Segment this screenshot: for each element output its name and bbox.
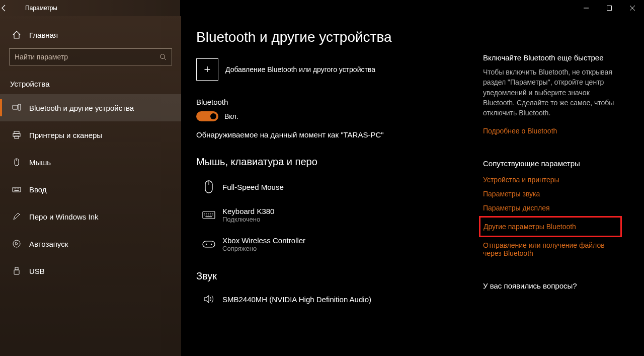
sidebar-item-usb[interactable]: USB <box>0 257 181 284</box>
sidebar-section-title: Устройства <box>0 76 181 94</box>
tip-body: Чтобы включить Bluetooth, не открывая ра… <box>483 67 618 118</box>
search-icon <box>154 53 172 61</box>
sidebar-item-autoplay[interactable]: Автозапуск <box>0 230 181 257</box>
main-content: Bluetooth и другие устройства + Добавлен… <box>196 29 483 356</box>
link-more-bluetooth-settings[interactable]: Другие параметры Bluetooth <box>479 216 622 237</box>
sidebar-item-printers[interactable]: Принтеры и сканеры <box>0 121 181 149</box>
link-devices-printers[interactable]: Устройства и принтеры <box>483 173 618 187</box>
svg-point-17 <box>13 240 20 247</box>
back-button[interactable] <box>0 4 22 12</box>
svg-point-29 <box>206 215 207 216</box>
maximize-button[interactable] <box>598 0 621 16</box>
sidebar: Главная Устройства Bluetooth и другие ус… <box>0 16 181 356</box>
tip-title: Включайте Bluetooth еще быстрее <box>483 53 618 62</box>
close-button[interactable] <box>621 0 644 16</box>
link-sound-settings[interactable]: Параметры звука <box>483 187 618 201</box>
devices-icon <box>11 103 22 112</box>
svg-rect-6 <box>14 131 19 133</box>
sidebar-item-label: Ввод <box>22 185 47 194</box>
usb-icon <box>11 266 22 275</box>
aside-panel: Включайте Bluetooth еще быстрее Чтобы вк… <box>483 29 624 356</box>
sidebar-item-label: Принтеры и сканеры <box>22 131 102 139</box>
discoverable-text: Обнаруживаемое на данный момент как "TAR… <box>196 130 483 139</box>
svg-point-27 <box>212 213 213 214</box>
device-name: SMB2440MH (NVIDIA High Definition Audio) <box>222 295 371 304</box>
device-name: Xbox Wireless Controller <box>222 236 305 245</box>
svg-rect-19 <box>14 270 19 274</box>
sidebar-home-label: Главная <box>22 31 58 39</box>
add-device-label: Добавление Bluetooth или другого устройс… <box>225 65 375 74</box>
search-input[interactable] <box>10 53 154 61</box>
keyboard-icon <box>11 185 22 194</box>
svg-rect-34 <box>203 241 215 247</box>
device-row[interactable]: Keyboard K380 Подключено <box>196 203 483 232</box>
device-status: Сопряжено <box>222 245 305 252</box>
pen-icon <box>11 212 22 221</box>
questions-title: У вас появились вопросы? <box>483 281 618 290</box>
printer-icon <box>11 130 22 139</box>
minimize-button[interactable] <box>575 0 598 16</box>
svg-point-25 <box>208 213 209 214</box>
sidebar-item-label: Bluetooth и другие устройства <box>22 104 134 112</box>
svg-point-30 <box>208 215 209 216</box>
category-mouse-keyboard: Мышь, клавиатура и перо <box>196 156 483 168</box>
svg-point-32 <box>212 215 213 216</box>
mouse-icon <box>201 180 216 194</box>
svg-point-24 <box>206 213 207 214</box>
svg-rect-11 <box>13 187 21 192</box>
bluetooth-toggle[interactable] <box>196 111 218 121</box>
svg-point-36 <box>211 244 212 245</box>
sidebar-item-pen[interactable]: Перо и Windows Ink <box>0 203 181 230</box>
svg-rect-4 <box>13 105 18 109</box>
keyboard-icon <box>201 210 216 220</box>
link-more-bluetooth[interactable]: Подробнее о Bluetooth <box>483 124 618 138</box>
sidebar-home[interactable]: Главная <box>0 25 181 48</box>
link-display-settings[interactable]: Параметры дисплея <box>483 201 618 215</box>
bluetooth-label: Bluetooth <box>196 98 483 106</box>
svg-point-23 <box>204 213 205 214</box>
speaker-icon <box>201 294 216 304</box>
sidebar-item-typing[interactable]: Ввод <box>0 176 181 203</box>
gamepad-icon <box>201 240 216 249</box>
svg-point-28 <box>204 215 205 216</box>
page-title: Bluetooth и другие устройства <box>196 29 483 45</box>
device-status: Подключено <box>222 216 274 223</box>
bluetooth-toggle-state: Вкл. <box>224 112 238 120</box>
svg-rect-18 <box>15 267 18 270</box>
svg-point-2 <box>160 54 165 58</box>
category-audio: Звук <box>196 270 483 282</box>
svg-rect-5 <box>18 104 21 110</box>
search-box[interactable] <box>9 48 172 65</box>
sidebar-item-label: Автозапуск <box>22 240 68 248</box>
sidebar-item-label: Перо и Windows Ink <box>22 212 99 221</box>
link-send-receive-files[interactable]: Отправление или получение файлов через B… <box>483 238 618 260</box>
svg-point-26 <box>210 213 211 214</box>
related-title: Сопутствующие параметры <box>483 159 618 168</box>
device-name: Full-Speed Mouse <box>222 183 284 191</box>
device-row[interactable]: Full-Speed Mouse <box>196 176 483 203</box>
svg-line-3 <box>164 58 166 60</box>
titlebar: Параметры <box>0 0 644 16</box>
home-icon <box>11 30 22 39</box>
sidebar-item-bluetooth[interactable]: Bluetooth и другие устройства <box>0 94 181 121</box>
sidebar-item-label: Мышь <box>22 158 51 167</box>
mouse-icon <box>11 158 22 167</box>
device-row[interactable]: Xbox Wireless Controller Сопряжено <box>196 232 483 261</box>
autoplay-icon <box>11 239 22 248</box>
device-name: Keyboard K380 <box>222 207 274 216</box>
sidebar-item-label: USB <box>22 267 45 275</box>
svg-point-35 <box>206 244 207 245</box>
sidebar-item-mouse[interactable]: Мышь <box>0 149 181 176</box>
svg-rect-1 <box>607 6 612 11</box>
svg-point-31 <box>210 215 211 216</box>
device-row[interactable]: SMB2440MH (NVIDIA High Definition Audio) <box>196 290 483 313</box>
plus-icon: + <box>196 58 218 81</box>
add-device-row[interactable]: + Добавление Bluetooth или другого устро… <box>196 58 483 81</box>
window-title: Параметры <box>22 5 57 12</box>
